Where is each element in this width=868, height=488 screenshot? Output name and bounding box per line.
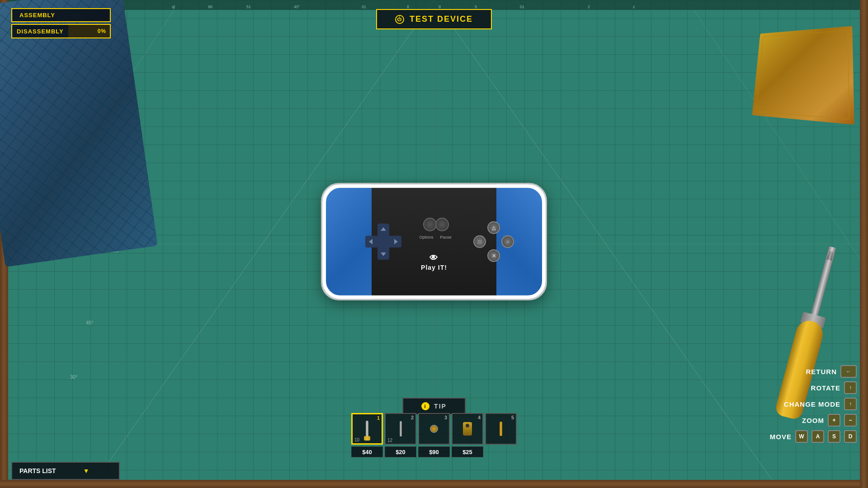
dpad[interactable] — [365, 224, 401, 260]
slot-1-number: 1 — [377, 415, 380, 421]
crate-body — [0, 0, 158, 267]
assembly-button[interactable]: ASSEMBLY — [11, 8, 111, 22]
angle-label-30: 30° — [70, 374, 78, 380]
top-left-panel: ASSEMBLY DISASSEMBLY 0% — [11, 8, 111, 38]
parts-list-button[interactable]: PARTS LIST ▼ — [11, 462, 120, 480]
circle-button[interactable]: ○ — [501, 235, 514, 248]
control-rotate: ROTATE ↑ — [811, 381, 857, 394]
pause-button[interactable] — [435, 218, 449, 231]
control-zoom: ZOOM + − — [802, 414, 857, 427]
dpad-center — [377, 236, 389, 248]
screwdriver-shaft — [811, 246, 836, 318]
slot-4-icon — [459, 421, 476, 437]
price-2: $20 — [385, 446, 416, 457]
test-device-icon: ⏻ — [395, 15, 404, 24]
tool-prices: $40 $20 $90 $25 — [351, 446, 517, 457]
control-return-label: RETURN — [806, 368, 837, 375]
key-d: D — [844, 430, 857, 443]
controller-body: Options Pause 👁 Play IT! — [321, 183, 547, 300]
key-zoom-minus: − — [844, 414, 857, 427]
key-s: S — [828, 430, 840, 443]
options-button[interactable] — [423, 218, 437, 231]
play-it-label: Play IT! — [421, 264, 447, 271]
screwdriver-collar — [800, 312, 826, 329]
price-1: $40 — [351, 446, 383, 457]
tool-slot-3[interactable]: 3 — [418, 413, 450, 445]
dpad-right-arrow — [394, 239, 398, 244]
disassembly-percent: 0% — [98, 28, 106, 34]
dpad-left-arrow — [369, 239, 373, 244]
table-right-edge — [860, 0, 868, 488]
control-move: MOVE W A S D — [770, 430, 857, 443]
tool-slot-4[interactable]: 4 — [452, 413, 483, 445]
price-4: $25 — [452, 446, 483, 457]
tool-slot-1[interactable]: 1 10 — [351, 413, 383, 445]
tip-button[interactable]: i TIP — [402, 398, 466, 415]
disassembly-panel[interactable]: DISASSEMBLY 0% — [11, 24, 111, 38]
ruler-mark: 01 — [520, 5, 524, 9]
ruler-mark: 51 — [246, 5, 251, 9]
disassembly-bar-bg: 0% — [68, 25, 110, 38]
ruler-mark: 5 — [475, 5, 477, 9]
controls-panel: RETURN ← ROTATE ↑ CHANGE MODE ↑ ZOOM + −… — [770, 365, 857, 443]
slot-5-icon — [493, 421, 509, 437]
crate-left — [0, 0, 158, 267]
key-return: ← — [840, 365, 857, 378]
cross-button[interactable]: ✕ — [487, 249, 500, 262]
slot-3-icon — [426, 421, 442, 437]
slot-3-number: 3 — [444, 415, 447, 420]
control-changemode-label: CHANGE MODE — [784, 400, 840, 408]
ruler-mark: z — [633, 5, 635, 9]
tool-slot-2[interactable]: 2 12 — [385, 413, 416, 445]
ruler-top: ql 96 51 45° 01 8 9 5 01 2 z — [0, 0, 868, 10]
control-rotate-label: ROTATE — [811, 384, 840, 392]
ruler-mark: 45° — [294, 5, 300, 9]
key-zoom-plus: + — [828, 414, 840, 427]
control-move-label: MOVE — [770, 433, 792, 441]
ruler-mark: 01 — [362, 5, 366, 9]
ruler-mark: 8 — [407, 5, 409, 9]
price-3: $90 — [418, 446, 450, 457]
control-change-mode: CHANGE MODE ↑ — [784, 398, 857, 410]
tip-icon: i — [421, 402, 429, 410]
ruler-mark: 9 — [439, 5, 441, 9]
play-it-eye-icon: 👁 — [421, 253, 447, 263]
ruler-mark: ql — [172, 5, 175, 9]
key-a: A — [811, 430, 824, 443]
yellow-box-body — [752, 26, 854, 125]
key-changemode: ↑ — [844, 398, 857, 410]
control-return: RETURN ← — [806, 365, 857, 378]
dpad-up-arrow — [381, 227, 386, 231]
square-button[interactable]: □ — [473, 235, 486, 248]
parts-list-arrow-icon: ▼ — [83, 467, 90, 474]
slot-2-icon — [392, 421, 409, 437]
slot-2-number: 2 — [411, 415, 414, 420]
disassembly-label: DISASSEMBLY — [12, 25, 68, 38]
test-device-label: TEST DEVICE — [410, 14, 473, 24]
game-controller: Options Pause 👁 Play IT! — [321, 183, 547, 300]
screwdriver-tip — [826, 251, 834, 261]
options-label: Options — [416, 235, 436, 239]
angle-label-45: 45° — [86, 320, 94, 325]
ruler-mark: 96 — [208, 5, 212, 9]
slot-1-count: 10 — [354, 437, 359, 442]
key-w: W — [795, 430, 808, 443]
triangle-button[interactable]: △ — [487, 221, 500, 234]
table-bottom-edge — [0, 480, 868, 488]
ruler-mark: 2 — [588, 5, 590, 9]
key-rotate: ↑ — [844, 381, 857, 394]
test-device-button[interactable]: ⏻ TEST DEVICE — [376, 9, 492, 29]
slot-2-count: 12 — [387, 438, 392, 443]
tool-slot-5[interactable]: 5 — [485, 413, 517, 445]
toolbar: 1 10 2 12 3 4 5 — [351, 413, 517, 445]
pause-label: Pause — [436, 235, 456, 239]
parts-list-label: PARTS LIST — [19, 467, 56, 474]
yellow-box — [750, 27, 850, 117]
play-it: 👁 Play IT! — [421, 253, 447, 271]
slot-4-number: 4 — [478, 415, 481, 420]
slot-1-icon — [359, 421, 375, 437]
slot-5-number: 5 — [511, 415, 514, 420]
tip-label: TIP — [434, 403, 447, 410]
action-buttons: △ □ ○ ✕ — [473, 221, 514, 262]
dpad-down-arrow — [381, 253, 386, 256]
